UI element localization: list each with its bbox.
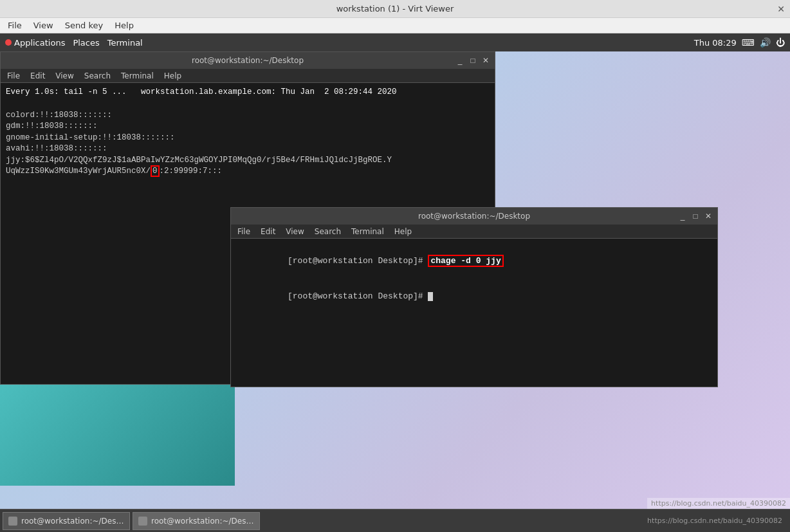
term2-menu-help[interactable]: Help [390,226,416,237]
term1-menubar: File Edit View Search Terminal Help [1,69,495,83]
term2-content: [root@workstation Desktop]# chage -d 0 j… [231,239,717,387]
volume-icon: 🔊 [760,37,771,48]
places-label[interactable]: Places [73,38,99,48]
term1-line5: gnome-initial-setup:!!:18038::::::: [6,133,490,144]
virt-viewer-menubar: File View Send key Help [0,18,790,33]
term2-command-highlight: chage -d 0 jjy [428,255,503,267]
virt-viewer-titlebar: workstation (1) - Virt Viewer ✕ [0,0,790,18]
term1-line2 [6,98,490,110]
system-time: Thu 08:29 [694,38,737,48]
term1-menu-file[interactable]: File [3,71,24,81]
term2-line1: [root@workstation Desktop]# chage -d 0 j… [237,244,711,279]
term2-line1-prompt: [root@workstation Desktop]# [288,256,423,266]
term2-menu-edit[interactable]: Edit [257,226,279,237]
menu-help[interactable]: Help [109,19,139,32]
applications-label[interactable]: Applications [14,38,65,48]
taskbar-item-1[interactable]: root@workstation:~/Desktop [3,512,130,530]
url-hint: https://blog.csdn.net/baidu_40390082 [647,498,790,509]
taskbar-item-2-label: root@workstation:~/Desktop [151,517,254,526]
term2-line2-prompt: [root@workstation Desktop]# [288,291,423,301]
term1-menu-help[interactable]: Help [160,71,185,81]
term1-menu-search[interactable]: Search [80,71,115,81]
applications-dot [5,39,12,46]
taskbar-term-icon-1 [8,517,17,526]
taskbar-term-icon-2 [138,517,147,526]
term1-menu-view[interactable]: View [51,71,77,81]
term1-controls: _ □ ✕ [455,55,491,66]
term2-line2: [root@workstation Desktop]# [237,279,711,315]
term2-menu-terminal[interactable]: Terminal [347,226,388,237]
power-icon: ⏻ [776,37,785,48]
term1-menu-edit[interactable]: Edit [26,71,49,81]
taskbar-item-2[interactable]: root@workstation:~/Desktop [133,512,260,530]
term2-controls: _ □ ✕ [677,211,713,221]
system-bar-left: Applications Places Terminal [5,38,689,48]
close-icon[interactable]: ✕ [777,4,785,14]
term1-minimize[interactable]: _ [455,55,465,66]
terminal-window-2: root@workstation:~/Desktop _ □ ✕ File Ed… [230,207,718,387]
menu-file[interactable]: File [3,19,27,32]
taskbar-item-1-label: root@workstation:~/Desktop [21,517,124,526]
term2-title: root@workstation:~/Desktop [418,212,530,221]
term1-menu-terminal[interactable]: Terminal [117,71,158,81]
keyboard-icon: ⌨ [742,37,755,48]
term1-line8: UqWzzIS0Kw3MGUm43yWrjAUR5nc0X/0:2:99999:… [6,166,490,178]
term1-line3: colord:!!:18038::::::: [6,110,490,122]
term2-close[interactable]: ✕ [703,211,713,221]
term1-title: root@workstation:~/Desktop [192,56,304,65]
term2-menu-view[interactable]: View [282,226,308,237]
term2-maximize[interactable]: □ [690,211,701,221]
term1-line4: gdm:!!:18038::::::: [6,121,490,133]
gnome-system-bar: Applications Places Terminal Thu 08:29 ⌨… [0,33,790,51]
terminal-label[interactable]: Terminal [107,38,143,48]
term2-cursor [428,292,433,301]
term2-menu-file[interactable]: File [234,226,254,237]
taskbar: root@workstation:~/Desktop root@workstat… [0,509,790,532]
virt-viewer-title: workstation (1) - Virt Viewer [336,4,454,14]
term1-titlebar: root@workstation:~/Desktop _ □ ✕ [1,52,495,69]
term1-line1: Every 1.0s: tail -n 5 ... workstation.la… [6,87,490,98]
menu-sendkey[interactable]: Send key [60,19,109,32]
term2-minimize[interactable]: _ [677,211,688,221]
term1-line7: jjy:$6$Zl4pO/V2QQxfZ9zJ$1aABPaIwYZzMc63g… [6,155,490,167]
term1-line6: avahi:!!:18038::::::: [6,143,490,155]
taskbar-url: https://blog.csdn.net/baidu_40390082 [647,517,787,525]
system-bar-right: Thu 08:29 ⌨ 🔊 ⏻ [694,37,785,48]
term1-maximize[interactable]: □ [468,55,478,66]
menu-view[interactable]: View [28,19,59,32]
applications-menu[interactable]: Applications [5,38,65,48]
term2-menu-search[interactable]: Search [311,226,345,237]
term1-highlight: 0 [151,165,160,177]
term2-menubar: File Edit View Search Terminal Help [231,225,717,239]
term2-titlebar: root@workstation:~/Desktop _ □ ✕ [231,208,717,225]
term1-close[interactable]: ✕ [481,55,491,66]
